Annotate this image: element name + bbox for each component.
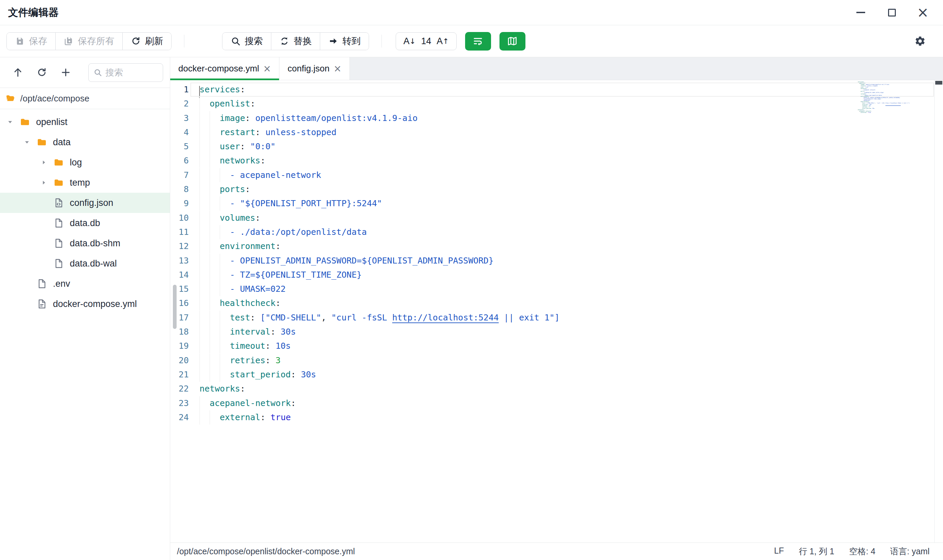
tree-item-.env[interactable]: .env <box>0 274 170 294</box>
close-icon[interactable]: × <box>334 64 342 74</box>
tree-item-docker-compose.yml[interactable]: docker-compose.yml <box>0 294 170 314</box>
indent-guide <box>210 296 220 310</box>
explorer-search-input[interactable] <box>106 68 149 78</box>
line-content: environment: <box>189 239 281 253</box>
font-decrease-button[interactable]: A↓ <box>403 36 415 46</box>
tab-docker-compose.yml[interactable]: docker-compose.yml× <box>170 57 279 80</box>
code-token: : <box>245 113 250 123</box>
line-content: ports: <box>189 182 250 197</box>
minimap-toggle-button[interactable] <box>500 32 525 51</box>
font-size-value: 14 <box>421 36 431 46</box>
indent-guide <box>220 282 230 296</box>
tree-item-label: .env <box>53 278 70 289</box>
file-icon <box>36 278 48 289</box>
reload-tree-button[interactable] <box>36 66 47 78</box>
code-editor[interactable]: 1services:2openlist:3image: openlistteam… <box>170 80 943 543</box>
tree-item-data.db-wal[interactable]: data.db-wal <box>0 253 170 274</box>
indent-guide <box>200 339 210 353</box>
tree-item-log[interactable]: log <box>0 152 170 172</box>
caret-down-icon[interactable] <box>5 117 15 127</box>
tree-item-data.db[interactable]: data.db <box>0 213 170 233</box>
replace-label: 替换 <box>294 35 312 47</box>
code-token: test <box>230 313 250 323</box>
language-mode[interactable]: 语言: yaml <box>890 546 929 557</box>
settings-button[interactable] <box>913 34 928 49</box>
tree-item-data[interactable]: data <box>0 132 170 152</box>
line-number: 10 <box>170 211 189 225</box>
code-token: http://localhost:5244 <box>392 313 499 323</box>
code-token: start_period <box>230 370 291 379</box>
cursor-position[interactable]: 行 1, 列 1 <box>799 546 834 557</box>
code-token: : <box>260 412 265 422</box>
explorer-search-box[interactable] <box>88 63 163 82</box>
save-all-button[interactable]: 保存所有 <box>55 33 122 50</box>
minimize-button[interactable] <box>854 6 868 19</box>
replace-button[interactable]: 替换 <box>271 33 320 50</box>
folder-icon <box>53 177 65 188</box>
code-token: 30s <box>296 370 316 379</box>
font-increase-button[interactable]: A↑ <box>437 36 449 46</box>
line-number: 14 <box>170 268 189 282</box>
tree-item-label: data.db-shm <box>70 238 120 249</box>
indent-guide <box>200 325 210 339</box>
editor-scrollbar-thumb[interactable] <box>935 81 942 85</box>
tree-item-data.db-shm[interactable]: data.db-shm <box>0 233 170 253</box>
find-actions-group: 搜索 替换 转到 <box>222 32 369 50</box>
refresh-button[interactable]: 刷新 <box>122 33 171 50</box>
maximize-button[interactable] <box>885 6 898 19</box>
tree-indent <box>39 198 49 208</box>
indent-guide <box>200 154 210 168</box>
caret-right-icon[interactable] <box>39 157 49 168</box>
line-content: - ./data:/opt/openlist/data <box>189 225 367 239</box>
close-icon[interactable]: × <box>263 64 271 74</box>
tab-config.json[interactable]: config.json× <box>279 57 350 80</box>
toolbar-divider <box>382 35 382 48</box>
indent-guide <box>220 311 230 325</box>
line-content: user: "0:0" <box>189 140 276 154</box>
save-button[interactable]: 保存 <box>7 33 55 50</box>
upload-icon <box>12 67 23 78</box>
root-path-row[interactable]: /opt/ace/compose <box>0 88 170 109</box>
upload-button[interactable] <box>12 66 23 78</box>
line-content: - "${OPENLIST_PORT_HTTP}:5244" <box>189 197 382 211</box>
code-token: volumes <box>220 213 255 223</box>
code-line: 2openlist: <box>170 97 943 111</box>
maximize-icon <box>888 9 896 17</box>
caret-right-icon[interactable] <box>39 178 49 188</box>
file-path: /opt/ace/compose/openlist/docker-compose… <box>177 546 355 556</box>
font-increase-icon: ↑ <box>443 37 449 46</box>
tree-item-openlist[interactable]: openlist <box>0 112 170 132</box>
tree-item-temp[interactable]: temp <box>0 172 170 193</box>
sidebar-scrollbar-thumb[interactable] <box>173 285 177 329</box>
tree-indent <box>22 299 32 309</box>
indent-guide <box>210 125 220 140</box>
close-button[interactable]: × <box>916 6 929 19</box>
folder-icon <box>19 116 31 128</box>
code-token: timeout <box>230 341 265 351</box>
code-token: - acepanel-network <box>230 170 321 180</box>
code-line: 21start_period: 30s <box>170 368 943 382</box>
editor-scrollbar[interactable] <box>934 80 943 543</box>
code-token: : <box>255 128 260 137</box>
eol-indicator[interactable]: LF <box>774 546 784 557</box>
replace-icon <box>279 36 289 46</box>
indent-guide <box>200 239 210 253</box>
explorer-toolbar <box>0 57 170 88</box>
code-line: 12environment: <box>170 239 943 253</box>
code-token: networks <box>220 156 260 165</box>
file-explorer-sidebar: /opt/ace/compose openlistdatalogtempconf… <box>0 57 170 560</box>
indent-guide <box>220 225 230 239</box>
folder-open-icon <box>5 93 15 103</box>
root-path-label: /opt/ace/compose <box>20 93 89 104</box>
tree-item-config.json[interactable]: config.json <box>0 193 170 213</box>
word-wrap-button[interactable] <box>465 32 491 51</box>
new-file-button[interactable] <box>60 66 71 78</box>
code-token: : <box>240 85 245 94</box>
code-token: acepanel-network <box>210 398 291 408</box>
indent-size[interactable]: 空格: 4 <box>849 546 875 557</box>
caret-down-icon[interactable] <box>22 137 32 147</box>
goto-button[interactable]: 转到 <box>320 33 369 50</box>
code-token: openlistteam/openlist:v4.1.9-aio <box>250 113 418 123</box>
minimap[interactable]: services:openlist:image: openlistteam/op… <box>858 82 917 114</box>
search-button[interactable]: 搜索 <box>222 33 271 50</box>
